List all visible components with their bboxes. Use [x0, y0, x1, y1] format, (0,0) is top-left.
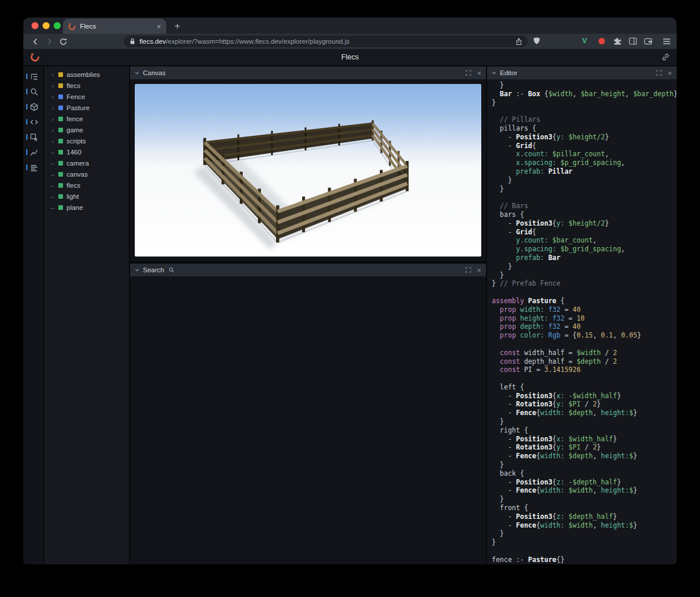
- expand-panel-icon[interactable]: [466, 70, 471, 76]
- 3d-viewport[interactable]: [135, 84, 481, 257]
- code-line: y.count: $bar_count,: [492, 236, 677, 245]
- code-line: [492, 374, 677, 383]
- menu-icon[interactable]: [663, 38, 671, 45]
- bars-icon: [30, 163, 38, 172]
- flecs-logo-icon[interactable]: [30, 52, 40, 64]
- expander-icon[interactable]: ›: [50, 138, 55, 145]
- close-panel-icon[interactable]: ×: [667, 69, 672, 77]
- code-line: }: [492, 81, 677, 90]
- leaf-dash-icon: –: [50, 171, 55, 178]
- entity-color-swatch: [58, 172, 63, 177]
- code-line: x.spacing: $p_grid_spacing,: [492, 159, 677, 167]
- code-line: - Position3{z: $depth_half}: [492, 512, 677, 521]
- code-line: }: [492, 417, 677, 426]
- tree-item-canvas[interactable]: –canvas: [44, 168, 129, 180]
- extension-v-icon[interactable]: V: [582, 37, 587, 45]
- tab-close-icon[interactable]: ×: [156, 23, 161, 30]
- code-line: }: [492, 495, 677, 504]
- search-button[interactable]: [23, 84, 43, 99]
- search-panel-title: Search: [143, 266, 164, 273]
- queries-button[interactable]: [23, 160, 43, 175]
- share-icon[interactable]: [516, 38, 522, 45]
- app-header: Flecs: [23, 49, 677, 65]
- entities-button[interactable]: [23, 99, 43, 114]
- browser-tab[interactable]: Flecs ×: [63, 19, 166, 34]
- forward-button[interactable]: [43, 36, 55, 47]
- entity-label: 1460: [66, 149, 82, 156]
- code-line: - Fence{width: $depth, height:$}: [492, 409, 677, 417]
- code-line: prop depth: f32 = 40: [492, 322, 677, 331]
- code-editor[interactable]: } Bar :- Box {$width, $bar_height, $bar_…: [487, 79, 677, 564]
- code-line: fence :- Pasture{}: [492, 556, 677, 564]
- sidebar-icon[interactable]: [629, 37, 637, 45]
- editor-button[interactable]: [23, 114, 43, 129]
- chevron-down-icon[interactable]: [492, 71, 496, 75]
- expander-icon[interactable]: ›: [50, 93, 55, 100]
- tree-item-light[interactable]: –light: [44, 191, 129, 202]
- expander-icon[interactable]: ›: [50, 127, 55, 134]
- share-link-icon[interactable]: [662, 53, 670, 64]
- chevron-down-icon[interactable]: [135, 71, 139, 75]
- close-panel-icon[interactable]: ×: [477, 266, 481, 274]
- code-line: }: [492, 185, 677, 194]
- leaf-dash-icon: –: [50, 160, 55, 167]
- tree-view-button[interactable]: [23, 69, 43, 84]
- entity-color-swatch: [58, 117, 63, 121]
- code-line: }: [492, 461, 677, 469]
- tree-view-icon: [30, 72, 38, 81]
- tree-item-flecs[interactable]: –flecs: [44, 180, 129, 191]
- stats-button[interactable]: [23, 145, 43, 160]
- tree-item-plane[interactable]: –plane: [44, 202, 129, 213]
- tree-item-1460[interactable]: –1460: [44, 146, 129, 157]
- browser-toolbar: flecs.dev/explorer/?wasm=https://www.fle…: [23, 34, 677, 49]
- chevron-down-icon[interactable]: [135, 268, 139, 272]
- code-line: }: [492, 529, 677, 538]
- wallet-icon[interactable]: [644, 38, 652, 45]
- tree-item-Pasture[interactable]: ›Pasture: [44, 102, 129, 113]
- editor-panel: Editor × } Bar :- Box {$width, $bar_heig…: [487, 66, 677, 564]
- close-window-button[interactable]: [32, 22, 38, 29]
- url-bar[interactable]: flecs.dev/explorer/?wasm=https://www.fle…: [124, 36, 528, 47]
- code-line: - Position3{y: $height/2}: [492, 133, 677, 142]
- back-button[interactable]: [29, 36, 41, 47]
- new-tab-button[interactable]: +: [171, 20, 184, 32]
- expander-icon[interactable]: ›: [50, 115, 55, 122]
- extension-red-icon[interactable]: [598, 38, 605, 44]
- zoom-window-button[interactable]: [54, 22, 61, 29]
- close-panel-icon[interactable]: ×: [477, 69, 481, 77]
- code-line: - Position3{x: -$width_half}: [492, 392, 677, 401]
- tree-item-camera[interactable]: –camera: [44, 157, 129, 168]
- code-line: prop height: f32 = 10: [492, 314, 677, 323]
- expander-icon[interactable]: ›: [50, 104, 55, 111]
- tree-item-game[interactable]: ›game: [44, 124, 129, 135]
- entity-label: flecs: [66, 82, 80, 89]
- code-line: prefab: Bar: [492, 254, 677, 262]
- code-icon: [30, 118, 38, 127]
- leaf-dash-icon: –: [50, 182, 55, 189]
- active-dash: [26, 164, 27, 170]
- code-line: back {: [492, 469, 677, 478]
- tree-item-scripts[interactable]: ›scripts: [44, 135, 129, 146]
- tree-item-fence[interactable]: ›fence: [44, 113, 129, 124]
- code-line: - Grid{: [492, 142, 677, 150]
- reload-button[interactable]: [57, 36, 69, 47]
- extensions-puzzle-icon[interactable]: [613, 37, 621, 45]
- code-line: - Position3{y: $height/2}: [492, 219, 677, 228]
- expand-panel-icon[interactable]: [656, 70, 662, 76]
- search-panel-body[interactable]: [130, 276, 486, 564]
- expander-icon[interactable]: ›: [50, 71, 55, 78]
- tree-item-flecs[interactable]: ›flecs: [44, 80, 129, 91]
- expander-icon[interactable]: ›: [50, 82, 55, 89]
- entity-label: canvas: [66, 171, 88, 178]
- page-title: Flecs: [23, 53, 677, 61]
- code-line: }: [492, 271, 677, 280]
- brave-shield-icon[interactable]: [533, 37, 540, 45]
- expand-panel-icon[interactable]: [466, 267, 471, 273]
- code-line: // Bars: [492, 202, 677, 210]
- minimize-window-button[interactable]: [43, 22, 50, 29]
- entity-color-swatch: [58, 139, 63, 143]
- tree-item-assemblies[interactable]: ›assemblies: [44, 69, 129, 80]
- inspect-button[interactable]: [23, 129, 43, 145]
- tree-item-Fence[interactable]: ›Fence: [44, 91, 129, 102]
- code-line: const width_half = $width / 2: [492, 349, 677, 357]
